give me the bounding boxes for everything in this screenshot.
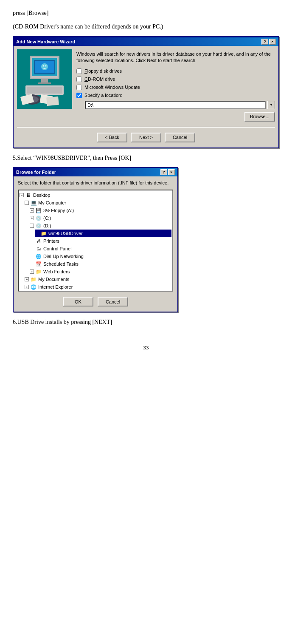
printers-label: Printers bbox=[43, 238, 59, 244]
intro-text: press [Browse] bbox=[13, 9, 279, 18]
floppy-drive-label: 3½ Floppy (A:) bbox=[43, 208, 74, 213]
win98-expander bbox=[35, 231, 39, 235]
ok-button[interactable]: OK bbox=[63, 297, 93, 306]
back-button[interactable]: < Back bbox=[97, 133, 127, 142]
dialup-icon: 🌐 bbox=[35, 253, 42, 260]
drive-d-label: (D:) bbox=[43, 223, 51, 228]
tree-item-drive-d[interactable]: − 💿 (D:) bbox=[30, 222, 171, 230]
drive-c-icon: 💿 bbox=[35, 215, 42, 221]
wizard-description: Windows will search for new drivers in i… bbox=[76, 51, 275, 64]
wizard-options-panel: Windows will search for new drivers in i… bbox=[76, 49, 275, 123]
web-folders-icon: 📁 bbox=[35, 268, 42, 275]
tree-item-mycomputer[interactable]: − 💻 My Computer bbox=[25, 199, 171, 207]
wizard-titlebar: Add New Hardware Wizard ? × bbox=[14, 37, 278, 46]
browse-folder-dialog: Browse for Folder ? × Select the folder … bbox=[13, 167, 178, 312]
browse-close-button[interactable]: × bbox=[168, 169, 175, 175]
browse-cancel-button[interactable]: Cancel bbox=[98, 297, 128, 306]
computer-icon: 💻 bbox=[30, 199, 37, 206]
printers-icon: 🖨 bbox=[35, 238, 42, 244]
tree-item-dialup[interactable]: 🌐 Dial-Up Networking bbox=[30, 252, 171, 260]
help-button[interactable]: ? bbox=[261, 39, 268, 45]
ie-icon: 🌐 bbox=[30, 284, 37, 290]
specify-location-checkbox[interactable] bbox=[76, 93, 82, 98]
mydocs-label: My Documents bbox=[38, 277, 69, 282]
desktop-label: Desktop bbox=[33, 193, 50, 198]
location-row: ▼ bbox=[85, 101, 275, 109]
tree-item-mydocs[interactable]: + 📁 My Documents bbox=[25, 275, 171, 283]
drive-c-label: (C:) bbox=[43, 216, 51, 221]
browse-help-button[interactable]: ? bbox=[160, 169, 167, 175]
browse-body: Select the folder that contains driver i… bbox=[14, 176, 177, 312]
mycomputer-expander[interactable]: − bbox=[25, 201, 29, 205]
tree-item-win98usbdriver[interactable]: 📁 win98USBDriver bbox=[35, 230, 171, 237]
ie-expander[interactable]: + bbox=[25, 285, 29, 289]
drive-d-icon: 💿 bbox=[35, 222, 42, 229]
control-panel-expander bbox=[30, 247, 34, 251]
tasks-label: Scheduled Tasks bbox=[43, 261, 79, 267]
tasks-expander bbox=[30, 262, 34, 266]
specify-location-label: Specify a location: bbox=[84, 93, 122, 98]
tasks-icon: 📅 bbox=[35, 261, 42, 267]
tree-item-printers[interactable]: 🖨 Printers bbox=[30, 237, 171, 245]
close-button[interactable]: × bbox=[269, 39, 276, 45]
svg-rect-12 bbox=[27, 87, 62, 94]
cdrom-label: CD-ROM drive bbox=[84, 77, 115, 82]
win98-folder-label: win98USBDriver bbox=[48, 231, 83, 236]
svg-point-6 bbox=[41, 63, 48, 70]
dialup-label: Dial-Up Networking bbox=[43, 254, 84, 259]
svg-point-7 bbox=[43, 65, 44, 66]
tree-item-desktop[interactable]: − 🖥 Desktop bbox=[20, 191, 171, 199]
step6-text: 6.USB Drive installs by pressing [NEXT] bbox=[13, 318, 279, 327]
browse-description: Select the folder that contains driver i… bbox=[18, 180, 173, 186]
wizard-separator bbox=[17, 127, 275, 128]
windows-update-checkbox[interactable] bbox=[76, 85, 82, 90]
wizard-title: Add New Hardware Wizard bbox=[16, 39, 75, 44]
desktop-icon: 🖥 bbox=[25, 192, 32, 199]
floppy-drive-icon: 💾 bbox=[35, 207, 42, 214]
drive-d-expander[interactable]: − bbox=[30, 224, 34, 228]
svg-rect-9 bbox=[41, 79, 48, 82]
step5-text: 5.Select “WIN98USBDRIVER”, then Press [O… bbox=[13, 153, 279, 163]
cancel-button[interactable]: Cancel bbox=[165, 133, 195, 142]
windows-update-label: Microsoft Windows Update bbox=[84, 85, 140, 90]
hardware-wizard-dialog: Add New Hardware Wizard ? × bbox=[13, 36, 279, 148]
browse-titlebar: Browse for Folder ? × bbox=[14, 168, 177, 176]
wizard-button-row: < Back Next > Cancel bbox=[17, 131, 275, 144]
floppy-expander[interactable]: + bbox=[30, 208, 34, 213]
tree-item-control-panel[interactable]: 🗂 Control Panel bbox=[30, 245, 171, 252]
mydocs-icon: 📁 bbox=[30, 276, 37, 283]
specify-location-checkbox-row: Specify a location: bbox=[76, 93, 275, 98]
svg-point-8 bbox=[45, 65, 47, 66]
control-panel-label: Control Panel bbox=[43, 246, 72, 251]
svg-rect-10 bbox=[38, 82, 51, 84]
browse-title: Browse for Folder bbox=[16, 170, 56, 175]
browse-button[interactable]: Browse... bbox=[244, 112, 275, 122]
dialup-expander bbox=[30, 254, 34, 258]
web-folders-expander[interactable]: + bbox=[30, 270, 34, 274]
mydocs-expander[interactable]: + bbox=[25, 277, 29, 281]
desktop-expander[interactable]: − bbox=[20, 193, 24, 197]
browse-titlebar-buttons: ? × bbox=[160, 169, 175, 175]
page-number: 33 bbox=[13, 344, 279, 351]
wizard-illustration bbox=[17, 49, 72, 109]
location-input[interactable] bbox=[85, 101, 266, 109]
browse-row: Browse... bbox=[76, 112, 275, 122]
cdrom-checkbox[interactable] bbox=[76, 77, 82, 82]
svg-rect-18 bbox=[46, 96, 59, 106]
ie-label: Internet Explorer bbox=[38, 284, 73, 289]
tree-item-drive-c[interactable]: + 💿 (C:) bbox=[30, 214, 171, 222]
control-panel-icon: 🗂 bbox=[35, 245, 42, 252]
tree-item-tasks[interactable]: 📅 Scheduled Tasks bbox=[30, 260, 171, 268]
mycomputer-label: My Computer bbox=[38, 200, 66, 205]
tree-item-floppy[interactable]: + 💾 3½ Floppy (A:) bbox=[30, 207, 171, 214]
floppy-label: Floppy disk drives bbox=[84, 68, 122, 74]
next-button[interactable]: Next > bbox=[131, 133, 161, 142]
floppy-checkbox-row: Floppy disk drives bbox=[76, 68, 275, 74]
floppy-checkbox[interactable] bbox=[76, 68, 82, 74]
note-text: (CD-ROM Driver's name can be differed de… bbox=[13, 22, 279, 31]
drive-c-expander[interactable]: + bbox=[30, 216, 34, 220]
tree-item-web-folders[interactable]: + 📁 Web Folders bbox=[30, 268, 171, 275]
folder-tree[interactable]: − 🖥 Desktop − 💻 My Computer + 💾 3½ Flopp… bbox=[18, 190, 173, 292]
tree-item-ie[interactable]: + 🌐 Internet Explorer bbox=[25, 283, 171, 291]
location-dropdown-button[interactable]: ▼ bbox=[267, 101, 275, 109]
